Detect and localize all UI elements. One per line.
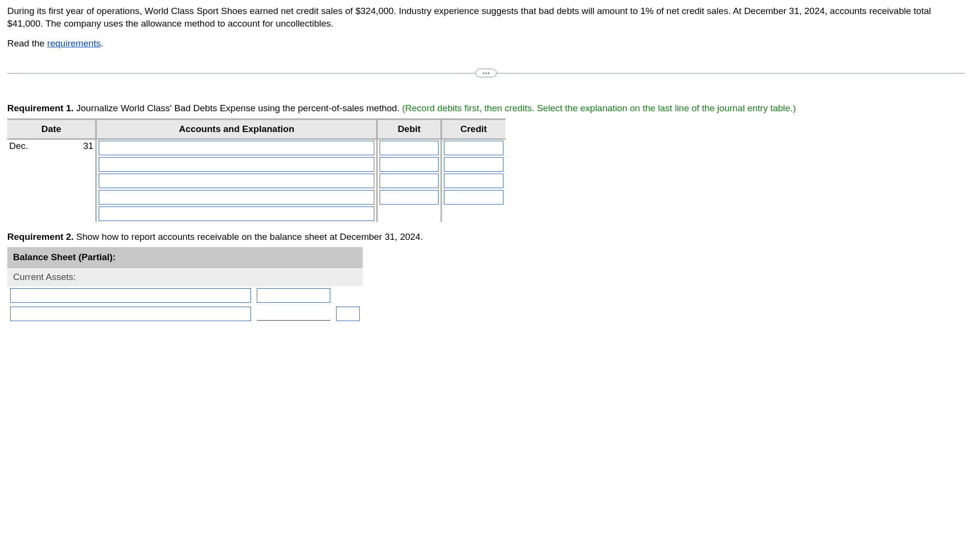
section-divider — [7, 63, 965, 83]
col-header-debit: Debit — [377, 119, 442, 139]
bs-amount-input[interactable] — [257, 288, 330, 303]
bs-account-input[interactable] — [10, 307, 251, 321]
debit-input[interactable] — [380, 157, 439, 172]
req2-label: Requirement 2. — [7, 232, 74, 242]
problem-statement: During its first year of operations, Wor… — [7, 5, 965, 29]
date-day: 31 — [83, 141, 93, 151]
req2-text: Show how to report accounts receivable o… — [74, 232, 423, 242]
account-input[interactable] — [99, 174, 374, 188]
credit-input[interactable] — [444, 190, 503, 205]
requirements-link[interactable]: requirements — [47, 38, 101, 48]
credit-input[interactable] — [444, 141, 503, 155]
period: . — [101, 38, 103, 48]
table-row — [7, 286, 363, 305]
balance-sheet-table: Balance Sheet (Partial): Current Assets: — [7, 247, 363, 323]
read-prefix: Read the — [7, 38, 47, 48]
account-input[interactable] — [99, 157, 374, 172]
expand-pill-icon[interactable] — [475, 69, 497, 77]
credit-input[interactable] — [444, 174, 503, 188]
requirement-1-heading: Requirement 1. Journalize World Class' B… — [7, 102, 965, 115]
req1-label: Requirement 1. — [7, 103, 74, 113]
journal-entry-table: Date Accounts and Explanation Debit Cred… — [7, 118, 505, 222]
debit-input[interactable] — [380, 190, 439, 205]
credit-input[interactable] — [444, 157, 503, 172]
requirement-2-heading: Requirement 2. Show how to report accoun… — [7, 231, 965, 243]
col-header-credit: Credit — [441, 119, 505, 139]
req1-text: Journalize World Class' Bad Debts Expens… — [74, 103, 402, 113]
col-header-accounts: Accounts and Explanation — [96, 119, 377, 139]
debit-input[interactable] — [380, 174, 439, 188]
balance-sheet-title: Balance Sheet (Partial): — [7, 247, 363, 268]
account-input[interactable] — [99, 141, 374, 155]
bs-amount-input[interactable] — [257, 307, 330, 321]
explanation-input[interactable] — [99, 206, 374, 221]
read-requirements-line: Read the requirements. — [7, 38, 965, 49]
debit-input[interactable] — [380, 141, 439, 155]
col-header-date: Date — [7, 119, 96, 139]
table-row — [7, 305, 363, 323]
req1-hint: (Record debits first, then credits. Sele… — [402, 103, 795, 113]
account-input[interactable] — [99, 190, 374, 205]
bs-total-input[interactable] — [336, 307, 360, 321]
table-row: Dec. 31 — [7, 139, 505, 156]
balance-sheet-subtitle: Current Assets: — [7, 267, 363, 286]
bs-account-input[interactable] — [10, 288, 251, 303]
date-month: Dec. — [9, 141, 28, 151]
